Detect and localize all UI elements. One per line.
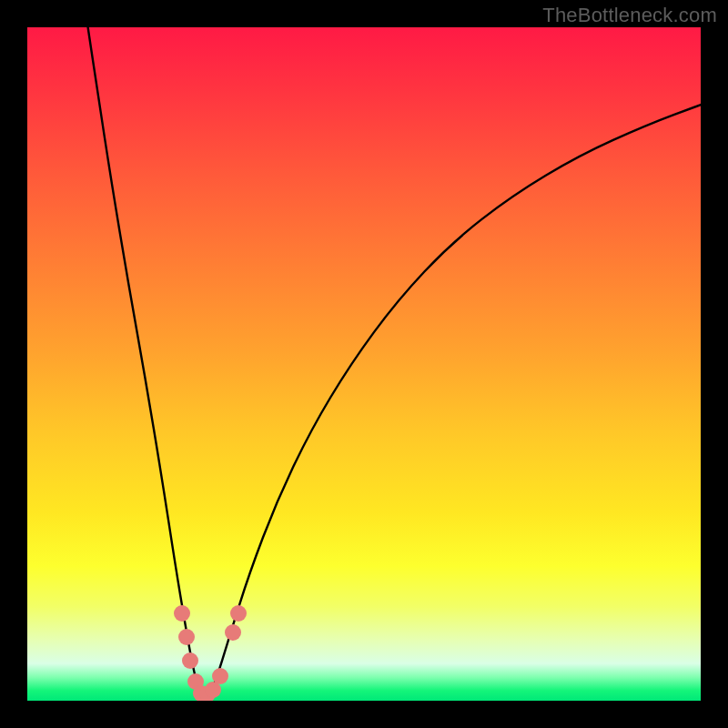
chart-frame: TheBottleneck.com xyxy=(0,0,728,728)
plot-area xyxy=(27,27,701,701)
data-dot xyxy=(174,605,190,622)
data-dot xyxy=(182,652,198,669)
data-dot xyxy=(225,624,241,641)
data-dot xyxy=(212,668,228,684)
data-dot xyxy=(230,605,247,622)
data-dot xyxy=(178,629,195,645)
bottleneck-curve xyxy=(27,27,701,701)
watermark-text: TheBottleneck.com xyxy=(542,4,717,27)
